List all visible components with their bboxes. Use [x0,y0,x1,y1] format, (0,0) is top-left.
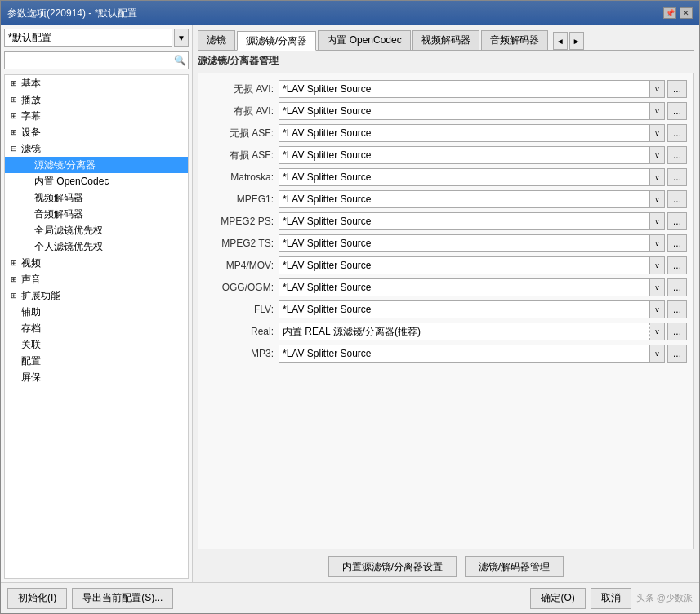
init-button[interactable]: 初始化(I) [7,588,67,609]
tree-item-screensaver[interactable]: 屏保 [5,369,188,385]
tree-item-filter-personal[interactable]: 个人滤镜优先权 [5,238,188,255]
pin-button[interactable]: 📌 [663,7,676,19]
tree-item-association[interactable]: 关联 [5,336,188,353]
splitter-select-4[interactable] [279,168,650,186]
tree-expander-extensions[interactable]: ⊞ [8,290,20,301]
tree-label-device: 设备 [21,126,41,140]
splitter-dropdown-btn-9[interactable]: v [650,278,665,296]
splitter-select-1[interactable] [279,102,650,120]
splitter-more-btn-2[interactable]: ... [667,124,687,142]
splitter-dropdown-btn-5[interactable]: v [650,190,665,208]
splitter-label-0: 无损 AVI: [205,82,279,96]
tree-item-video[interactable]: ⊞视频 [5,255,188,271]
tree-item-filter-opencodec[interactable]: 内置 OpenCodec [5,173,188,189]
tree-item-device[interactable]: ⊞设备 [5,124,188,140]
tree-expander-audio[interactable]: ⊞ [8,274,20,285]
splitter-more-btn-7[interactable]: ... [667,234,687,252]
splitter-label-6: MPEG2 PS: [205,216,279,227]
tree-item-config[interactable]: 配置 [5,353,188,369]
splitter-select-wrap-6: v... [279,212,687,230]
tree-expander-basic[interactable]: ⊞ [8,78,20,89]
ok-button[interactable]: 确定(O) [530,588,585,609]
tree-expander-device[interactable]: ⊞ [8,127,20,138]
tree-expander-playback[interactable]: ⊞ [8,94,20,105]
tree-item-filter-priority[interactable]: 全局滤镜优先权 [5,222,188,238]
splitter-more-btn-12[interactable]: ... [667,345,687,363]
splitter-dropdown-btn-12[interactable]: v [650,345,665,363]
splitter-more-btn-8[interactable]: ... [667,256,687,274]
splitter-dropdown-btn-7[interactable]: v [650,234,665,252]
splitter-dropdown-btn-11[interactable]: v [650,323,665,340]
splitter-select-7[interactable] [279,234,650,252]
tree-label-storage: 存档 [21,322,41,336]
tree-item-storage[interactable]: 存档 [5,320,188,336]
close-button[interactable]: ✕ [680,7,693,19]
tab-video-decoder[interactable]: 视频解码器 [412,30,479,50]
tree-expander-filter-video [21,192,33,203]
tree-expander-filter[interactable]: ⊟ [8,143,20,154]
search-input[interactable] [5,53,172,68]
tree-item-filter-splitter[interactable]: 源滤镜/分离器 [5,157,188,173]
splitter-more-btn-3[interactable]: ... [667,146,687,164]
splitter-more-btn-11[interactable]: ... [667,323,687,340]
tree-expander-video[interactable]: ⊞ [8,257,20,269]
splitter-dropdown-btn-2[interactable]: v [650,124,665,142]
splitter-select-5[interactable] [279,190,650,208]
splitter-select-8[interactable] [279,256,650,274]
tree-item-filter[interactable]: ⊟滤镜 [5,140,188,157]
splitter-dropdown-btn-3[interactable]: v [650,146,665,164]
splitter-dropdown-btn-4[interactable]: v [650,168,665,186]
splitter-dropdown-btn-0[interactable]: v [650,80,665,98]
splitter-more-btn-4[interactable]: ... [667,168,687,186]
splitter-more-btn-6[interactable]: ... [667,212,687,230]
tree-item-filter-audio[interactable]: 音频解码器 [5,206,188,222]
splitter-more-btn-10[interactable]: ... [667,300,687,318]
splitter-more-btn-1[interactable]: ... [667,102,687,120]
profile-dropdown[interactable] [4,29,172,47]
tree-label-playback: 播放 [21,93,41,107]
splitter-label-11: Real: [205,326,279,337]
tab-prev-btn[interactable]: ◄ [553,32,568,50]
splitter-more-btn-9[interactable]: ... [667,278,687,296]
splitter-select-0[interactable] [279,80,650,98]
profile-arrow-btn[interactable]: ▼ [174,29,189,47]
splitter-select-12[interactable] [279,345,650,363]
splitter-select-9[interactable] [279,278,650,296]
splitter-more-btn-0[interactable]: ... [667,80,687,98]
splitter-select-10[interactable] [279,300,650,318]
export-button[interactable]: 导出当前配置(S)... [72,588,173,609]
tree-item-help[interactable]: 辅助 [5,304,188,320]
tab-opencodec[interactable]: 内置 OpenCodec [318,30,410,50]
splitter-select-wrap-1: v... [279,102,687,120]
search-icon[interactable]: 🔍 [172,52,188,69]
splitter-select-wrap-7: v... [279,234,687,252]
tab-audio-decoder[interactable]: 音频解码器 [481,30,548,50]
tree-item-basic[interactable]: ⊞基本 [5,75,188,91]
splitter-row-12: MP3:v... [205,345,687,363]
splitter-dropdown-btn-1[interactable]: v [650,102,665,120]
tab-splitter[interactable]: 源滤镜/分离器 [237,31,316,51]
tree-item-extensions[interactable]: ⊞扩展功能 [5,287,188,304]
splitter-dropdown-btn-10[interactable]: v [650,300,665,318]
splitter-select-6[interactable] [279,212,650,230]
cancel-button[interactable]: 取消 [591,588,631,609]
splitter-dropdown-btn-6[interactable]: v [650,212,665,230]
splitter-select-11[interactable] [279,323,650,340]
tab-filter[interactable]: 滤镜 [198,30,235,50]
splitter-select-2[interactable] [279,124,650,142]
tree-item-filter-video[interactable]: 视频解码器 [5,189,188,206]
filter-manager-button[interactable]: 滤镜/解码器管理 [465,556,564,577]
splitter-row-10: FLV:v... [205,300,687,318]
tree-item-subtitle[interactable]: ⊞字幕 [5,108,188,124]
tree-item-audio[interactable]: ⊞声音 [5,271,188,287]
splitter-select-3[interactable] [279,146,650,164]
tab-next-btn[interactable]: ► [569,32,584,50]
tree-item-playback[interactable]: ⊞播放 [5,91,188,108]
splitter-select-wrap-5: v... [279,190,687,208]
builtin-settings-button[interactable]: 内置源滤镜/分离器设置 [328,556,457,577]
splitter-label-3: 有损 ASF: [205,149,279,162]
splitter-more-btn-5[interactable]: ... [667,190,687,208]
splitter-dropdown-btn-8[interactable]: v [650,256,665,274]
splitter-row-0: 无损 AVI:v... [205,80,687,98]
tree-expander-subtitle[interactable]: ⊞ [8,110,20,122]
